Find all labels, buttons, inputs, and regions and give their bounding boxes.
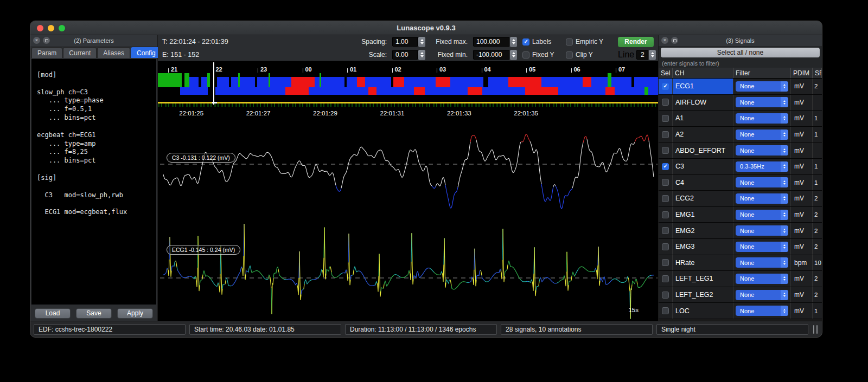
tab-param[interactable]: Param	[31, 47, 62, 58]
checkbox-icon[interactable]	[522, 38, 529, 46]
checkbox-icon[interactable]	[662, 307, 669, 314]
render-button[interactable]: Render	[618, 37, 654, 47]
signal-channel-name[interactable]: ECG1	[673, 79, 733, 94]
checkbox-icon[interactable]	[662, 115, 669, 122]
signal-channel-name[interactable]: LEFT_LEG1	[673, 271, 733, 287]
dock-float-icon[interactable]	[671, 37, 678, 44]
signal-filter-input[interactable]: (enter signals to filter)	[660, 59, 821, 68]
checkbox-icon[interactable]	[662, 243, 669, 250]
signal-row-a1[interactable]: A1NonemV1	[659, 111, 822, 127]
signal-channel-name[interactable]: C4	[673, 175, 733, 191]
signal-select-checkbox[interactable]	[659, 255, 673, 271]
signal-filter-dropdown[interactable]: None	[733, 207, 791, 223]
signal-channel-name[interactable]: EMG1	[673, 207, 733, 223]
signal-row-left_leg1[interactable]: LEFT_LEG1NonemV2	[659, 271, 822, 287]
checkbox-icon[interactable]	[662, 179, 669, 186]
empiric-y-checkbox[interactable]: Empiric Y	[566, 38, 612, 46]
signal-channel-name[interactable]: ECG2	[673, 191, 733, 206]
signal-row-loc[interactable]: LOCNonemV1	[659, 303, 822, 319]
checkbox-icon[interactable]	[566, 51, 573, 59]
signal-row-left_leg2[interactable]: LEFT_LEG2NonemV2	[659, 287, 822, 303]
checkbox-icon[interactable]	[662, 195, 669, 202]
checkbox-icon[interactable]	[662, 147, 669, 154]
clip-y-checkbox[interactable]: Clip Y	[566, 51, 612, 59]
signal-select-checkbox[interactable]	[659, 207, 673, 223]
signal-select-checkbox[interactable]	[659, 127, 673, 143]
labels-checkbox[interactable]: Labels	[522, 38, 560, 46]
signal-select-checkbox[interactable]	[659, 111, 673, 126]
signal-row-a2[interactable]: A2NonemV1	[659, 127, 822, 143]
hypnogram[interactable]: 2122230001020304050607 22:01:2522:01:272…	[158, 61, 658, 119]
config-editor[interactable]: [mod] slow_ph ch=C3 ... type=phase ... f…	[31, 59, 156, 305]
signal-channel-name[interactable]: LOC	[673, 303, 733, 319]
signal-select-checkbox[interactable]	[659, 223, 673, 238]
fixed-min-spinbox[interactable]: -100.000	[473, 50, 517, 60]
signal-filter-dropdown[interactable]: None	[733, 287, 791, 303]
stepper-icon[interactable]	[418, 37, 425, 47]
checkbox-icon[interactable]	[662, 275, 669, 282]
signal-row-hrate[interactable]: HRateNonebpm10	[659, 255, 822, 271]
checkbox-icon[interactable]	[662, 99, 669, 106]
hypnogram-stage-band[interactable]	[158, 73, 658, 87]
signal-select-checkbox[interactable]	[659, 143, 673, 158]
checkbox-icon[interactable]	[662, 259, 669, 266]
checkbox-icon[interactable]	[662, 211, 669, 218]
signal-filter-dropdown[interactable]: None	[733, 143, 791, 158]
signal-filter-dropdown[interactable]: None	[733, 95, 791, 111]
signal-row-emg1[interactable]: EMG1NonemV2	[659, 207, 822, 223]
signal-filter-dropdown[interactable]: None	[733, 223, 791, 238]
fixed-max-spinbox[interactable]: 100.000	[473, 37, 517, 47]
signal-filter-dropdown[interactable]: None	[733, 303, 791, 319]
load-button[interactable]: Load	[35, 308, 71, 319]
stepper-icon[interactable]	[510, 37, 517, 47]
night-selector[interactable]: Single night	[656, 324, 808, 335]
signal-select-checkbox[interactable]	[659, 271, 673, 287]
checkbox-icon[interactable]	[662, 227, 669, 234]
signal-channel-name[interactable]: EMG2	[673, 223, 733, 238]
stepper-icon[interactable]	[510, 50, 517, 60]
hypnogram-density-band[interactable]	[158, 87, 658, 95]
signal-channel-name[interactable]: ABDO_EFFORT	[673, 143, 733, 158]
signal-select-checkbox[interactable]	[659, 95, 673, 111]
signal-select-checkbox[interactable]	[659, 303, 673, 319]
signal-filter-dropdown[interactable]: None	[733, 175, 791, 191]
signal-row-ecg1[interactable]: ECG1NonemV2	[659, 79, 822, 95]
signal-filter-dropdown[interactable]: None	[733, 111, 791, 126]
stepper-icon[interactable]	[418, 50, 425, 60]
signal-channel-name[interactable]: AIRFLOW	[673, 95, 733, 111]
checkbox-icon[interactable]	[662, 292, 669, 299]
signal-filter-dropdown[interactable]: None	[733, 79, 791, 94]
checkbox-icon[interactable]	[662, 83, 669, 90]
signal-select-checkbox[interactable]	[659, 239, 673, 255]
signal-channel-name[interactable]: EMG3	[673, 239, 733, 255]
tab-config[interactable]: Config	[131, 47, 162, 58]
stepper-icon[interactable]	[649, 50, 656, 60]
signal-channel-name[interactable]: A2	[673, 127, 733, 143]
checkbox-icon[interactable]	[662, 163, 669, 170]
resize-grip-icon[interactable]	[812, 325, 819, 334]
signal-channel-name[interactable]: LEFT_LEG2	[673, 287, 733, 303]
dock-float-icon[interactable]	[43, 37, 50, 44]
signal-filter-dropdown[interactable]: None	[733, 271, 791, 287]
hypnogram-cursor[interactable]	[213, 62, 214, 105]
signal-select-checkbox[interactable]	[659, 159, 673, 174]
spacing-spinbox[interactable]: 1.00	[392, 37, 425, 47]
fixed-y-checkbox[interactable]: Fixed Y	[522, 51, 560, 59]
signal-filter-dropdown[interactable]: None	[733, 255, 791, 271]
signal-select-checkbox[interactable]	[659, 79, 673, 94]
signal-select-checkbox[interactable]	[659, 287, 673, 303]
signal-canvas[interactable]: C3 -0.131 : 0.122 (mV) ECG1 -0.145 : 0.2…	[158, 119, 658, 321]
checkbox-icon[interactable]	[522, 51, 529, 59]
signal-filter-dropdown[interactable]: None	[733, 239, 791, 255]
signal-row-emg3[interactable]: EMG3NonemV2	[659, 239, 822, 255]
signal-filter-dropdown[interactable]: None	[733, 127, 791, 143]
signal-filter-dropdown[interactable]: None	[733, 191, 791, 206]
dock-close-icon[interactable]: ×	[33, 37, 40, 44]
signal-row-abdo_effort[interactable]: ABDO_EFFORTNonemV	[659, 143, 822, 159]
save-button[interactable]: Save	[76, 308, 112, 319]
signal-filter-dropdown[interactable]: 0.3-35Hz	[733, 159, 791, 174]
signal-row-emg2[interactable]: EMG2NonemV2	[659, 223, 822, 239]
scale-spinbox[interactable]: 0.00	[392, 50, 425, 60]
apply-button[interactable]: Apply	[117, 308, 153, 319]
signal-row-c3[interactable]: C30.3-35HzmV1	[659, 159, 822, 175]
